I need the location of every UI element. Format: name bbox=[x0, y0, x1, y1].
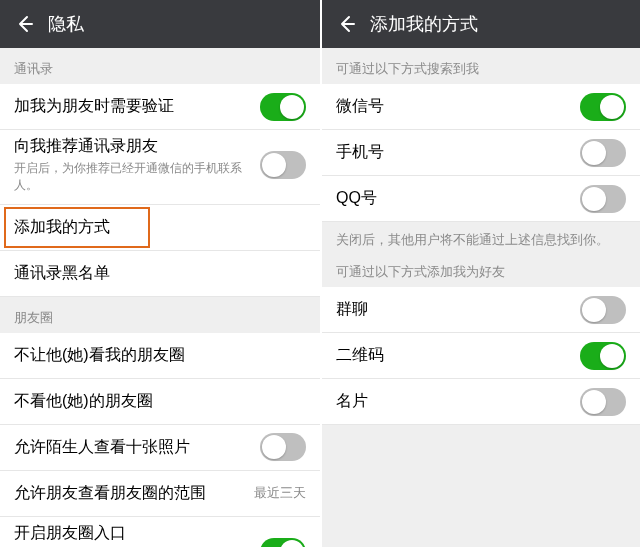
row-sub: 开启后，为你推荐已经开通微信的手机联系人。 bbox=[14, 160, 260, 194]
toggle-add-group[interactable] bbox=[580, 296, 626, 324]
toggle-moments-entry[interactable] bbox=[260, 538, 306, 547]
row-moments-entry[interactable]: 开启朋友圈入口 关闭后，将隐藏"发现"中的朋友圈入口。你发过的 bbox=[0, 517, 320, 547]
row-label: 群聊 bbox=[336, 299, 368, 320]
row-label: 不让他(她)看我的朋友圈 bbox=[14, 345, 185, 366]
row-blacklist[interactable]: 通讯录黑名单 bbox=[0, 251, 320, 297]
back-arrow-icon bbox=[337, 14, 357, 34]
back-button[interactable] bbox=[330, 0, 364, 48]
row-block-view[interactable]: 不让他(她)看我的朋友圈 bbox=[0, 333, 320, 379]
row-label: 微信号 bbox=[336, 96, 384, 117]
privacy-screen: 隐私 通讯录 加我为朋友时需要验证 向我推荐通讯录朋友 开启后，为你推荐已经开通… bbox=[0, 0, 320, 547]
row-search-phone[interactable]: 手机号 bbox=[322, 130, 640, 176]
row-label: 手机号 bbox=[336, 142, 384, 163]
section-header-add: 可通过以下方式添加我为好友 bbox=[322, 259, 640, 287]
row-label: 名片 bbox=[336, 391, 368, 412]
row-label: 二维码 bbox=[336, 345, 384, 366]
toggle-add-qrcode[interactable] bbox=[580, 342, 626, 370]
titlebar: 添加我的方式 bbox=[322, 0, 640, 48]
row-moments-range[interactable]: 允许朋友查看朋友圈的范围 最近三天 bbox=[0, 471, 320, 517]
row-friend-verify[interactable]: 加我为朋友时需要验证 bbox=[0, 84, 320, 130]
row-strangers-photos[interactable]: 允许陌生人查看十张照片 bbox=[0, 425, 320, 471]
row-add-qrcode[interactable]: 二维码 bbox=[322, 333, 640, 379]
row-label: 允许陌生人查看十张照片 bbox=[14, 437, 190, 458]
page-title: 添加我的方式 bbox=[370, 12, 478, 36]
row-label: 开启朋友圈入口 bbox=[14, 523, 260, 544]
section-header-moments: 朋友圈 bbox=[0, 297, 320, 333]
row-label: 通讯录黑名单 bbox=[14, 263, 110, 284]
add-me-screen: 添加我的方式 可通过以下方式搜索到我 微信号 手机号 QQ号 关闭后，其他用户将… bbox=[320, 0, 640, 547]
toggle-search-qq[interactable] bbox=[580, 185, 626, 213]
toggle-recommend-contacts[interactable] bbox=[260, 151, 306, 179]
row-label: QQ号 bbox=[336, 188, 377, 209]
row-add-me-methods[interactable]: 添加我的方式 bbox=[0, 205, 320, 251]
row-add-group[interactable]: 群聊 bbox=[322, 287, 640, 333]
section-header-contacts: 通讯录 bbox=[0, 48, 320, 84]
page-title: 隐私 bbox=[48, 12, 84, 36]
toggle-add-card[interactable] bbox=[580, 388, 626, 416]
row-label: 允许朋友查看朋友圈的范围 bbox=[14, 483, 206, 504]
row-recommend-contacts[interactable]: 向我推荐通讯录朋友 开启后，为你推荐已经开通微信的手机联系人。 bbox=[0, 130, 320, 205]
search-hint: 关闭后，其他用户将不能通过上述信息找到你。 bbox=[322, 222, 640, 259]
toggle-search-phone[interactable] bbox=[580, 139, 626, 167]
row-search-qq[interactable]: QQ号 bbox=[322, 176, 640, 222]
row-label: 加我为朋友时需要验证 bbox=[14, 96, 174, 117]
row-add-card[interactable]: 名片 bbox=[322, 379, 640, 425]
row-hide-his[interactable]: 不看他(她)的朋友圈 bbox=[0, 379, 320, 425]
toggle-friend-verify[interactable] bbox=[260, 93, 306, 121]
toggle-strangers-photos[interactable] bbox=[260, 433, 306, 461]
toggle-search-wechat[interactable] bbox=[580, 93, 626, 121]
section-header-search: 可通过以下方式搜索到我 bbox=[322, 48, 640, 84]
back-button[interactable] bbox=[8, 0, 42, 48]
row-label: 不看他(她)的朋友圈 bbox=[14, 391, 153, 412]
row-meta-range: 最近三天 bbox=[254, 484, 306, 502]
row-search-wechat[interactable]: 微信号 bbox=[322, 84, 640, 130]
titlebar: 隐私 bbox=[0, 0, 320, 48]
back-arrow-icon bbox=[15, 14, 35, 34]
row-label: 添加我的方式 bbox=[14, 217, 110, 238]
row-label: 向我推荐通讯录朋友 bbox=[14, 136, 260, 157]
